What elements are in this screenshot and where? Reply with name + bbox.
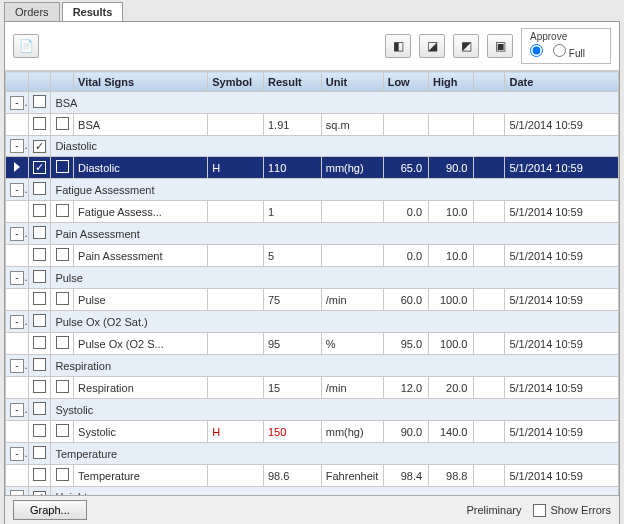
cell-result: 5 [263, 245, 321, 267]
cell-spare [474, 377, 505, 399]
expand-icon[interactable]: - [10, 447, 24, 461]
checkbox[interactable] [33, 314, 46, 327]
group-name: Fatigue Assessment [51, 179, 619, 201]
data-row[interactable]: BSA1.91sq.m5/1/2014 10:59 [6, 114, 619, 136]
data-row[interactable]: Respiration15/min12.020.05/1/2014 10:59 [6, 377, 619, 399]
row-select-box[interactable] [56, 160, 69, 173]
row-select-box[interactable] [56, 380, 69, 393]
expand-icon[interactable]: - [10, 227, 24, 241]
graph-button[interactable]: Graph... [13, 500, 87, 520]
data-row[interactable]: Pulse75/min60.0100.05/1/2014 10:59 [6, 289, 619, 311]
checkbox[interactable] [33, 402, 46, 415]
approve-radio-blank[interactable] [530, 44, 543, 59]
new-doc-button[interactable]: 📄 [13, 34, 39, 58]
row-select-box[interactable] [56, 248, 69, 261]
row-select-box[interactable] [56, 292, 69, 305]
row-select-box[interactable] [56, 336, 69, 349]
approve-label: Approve [530, 31, 602, 42]
checkbox[interactable] [33, 226, 46, 239]
approve-group: Approve Full [521, 28, 611, 64]
col-name[interactable]: Vital Signs [74, 72, 208, 92]
data-row[interactable]: SystolicH150mm(hg)90.0140.05/1/2014 10:5… [6, 421, 619, 443]
show-errors-box[interactable] [533, 504, 546, 517]
tab-results[interactable]: Results [62, 2, 124, 21]
col-checkmark[interactable] [28, 72, 51, 92]
col-spare[interactable] [474, 72, 505, 92]
expand-icon[interactable]: - [10, 183, 24, 197]
row-select-box[interactable] [56, 204, 69, 217]
approve-radio-full[interactable]: Full [553, 44, 585, 59]
checkbox[interactable]: ✓ [33, 161, 46, 174]
group-row[interactable]: -Pain Assessment [6, 223, 619, 245]
cell-date: 5/1/2014 10:59 [505, 245, 619, 267]
cell-name: Pain Assessment [74, 245, 208, 267]
data-row[interactable]: Pain Assessment50.010.05/1/2014 10:59 [6, 245, 619, 267]
col-result[interactable]: Result [263, 72, 321, 92]
toolbar-btn-3[interactable]: ◩ [453, 34, 479, 58]
cell-unit: Fahrenheit [321, 465, 383, 487]
group-row[interactable]: -Systolic [6, 399, 619, 421]
expand-icon[interactable]: - [10, 403, 24, 417]
group-row[interactable]: -Respiration [6, 355, 619, 377]
status-bar: Graph... Preliminary Show Errors [5, 495, 619, 524]
expand-icon[interactable]: - [10, 139, 24, 153]
expand-icon[interactable]: - [10, 96, 24, 110]
col-date[interactable]: Date [505, 72, 619, 92]
cell-unit: mm(hg) [321, 421, 383, 443]
cell-name: Respiration [74, 377, 208, 399]
cell-high: 100.0 [429, 289, 474, 311]
row-select-box[interactable] [56, 424, 69, 437]
col-select[interactable] [51, 72, 74, 92]
group-row[interactable]: -BSA [6, 92, 619, 114]
checkbox[interactable]: ✓ [33, 491, 46, 496]
checkbox[interactable] [33, 424, 46, 437]
toolbar-btn-2[interactable]: ◪ [419, 34, 445, 58]
data-row[interactable]: Fatigue Assess...10.010.05/1/2014 10:59 [6, 201, 619, 223]
row-select-box[interactable] [56, 117, 69, 130]
cell-symbol [208, 465, 264, 487]
cell-unit: /min [321, 289, 383, 311]
group-row[interactable]: -Fatigue Assessment [6, 179, 619, 201]
toolbar-btn-1[interactable]: ◧ [385, 34, 411, 58]
expand-icon[interactable]: - [10, 359, 24, 373]
data-row[interactable]: ✓DiastolicH110mm(hg)65.090.05/1/2014 10:… [6, 157, 619, 179]
checkbox[interactable]: ✓ [33, 140, 46, 153]
expand-icon[interactable]: - [10, 315, 24, 329]
group-row[interactable]: -✓Diastolic [6, 136, 619, 157]
cell-low: 60.0 [383, 289, 428, 311]
checkbox[interactable] [33, 95, 46, 108]
col-unit[interactable]: Unit [321, 72, 383, 92]
checkbox[interactable] [33, 182, 46, 195]
toolbar-btn-4[interactable]: ▣ [487, 34, 513, 58]
checkbox[interactable] [33, 336, 46, 349]
expand-icon[interactable]: - [10, 271, 24, 285]
checkbox[interactable] [33, 270, 46, 283]
checkbox[interactable] [33, 446, 46, 459]
cell-symbol [208, 245, 264, 267]
col-expander[interactable] [6, 72, 29, 92]
checkbox[interactable] [33, 292, 46, 305]
group-row[interactable]: -Pulse [6, 267, 619, 289]
results-panel: 📄 ◧ ◪ ◩ ▣ Approve Full [4, 21, 620, 524]
group-row[interactable]: -✓Height [6, 487, 619, 496]
checkbox[interactable] [33, 468, 46, 481]
cell-high [429, 114, 474, 136]
checkbox[interactable] [33, 248, 46, 261]
cell-spare [474, 245, 505, 267]
checkbox[interactable] [33, 117, 46, 130]
checkbox[interactable] [33, 380, 46, 393]
col-high[interactable]: High [429, 72, 474, 92]
expand-icon[interactable]: - [10, 490, 24, 495]
col-low[interactable]: Low [383, 72, 428, 92]
tab-orders[interactable]: Orders [4, 2, 60, 21]
group-row[interactable]: -Temperature [6, 443, 619, 465]
checkbox[interactable] [33, 358, 46, 371]
data-row[interactable]: Pulse Ox (O2 S...95%95.0100.05/1/2014 10… [6, 333, 619, 355]
row-select-box[interactable] [56, 468, 69, 481]
show-errors-checkbox[interactable]: Show Errors [533, 504, 611, 517]
checkbox[interactable] [33, 204, 46, 217]
group-row[interactable]: -Pulse Ox (O2 Sat.) [6, 311, 619, 333]
results-grid[interactable]: Vital Signs Symbol Result Unit Low High … [5, 71, 619, 495]
data-row[interactable]: Temperature98.6Fahrenheit98.498.85/1/201… [6, 465, 619, 487]
col-symbol[interactable]: Symbol [208, 72, 264, 92]
